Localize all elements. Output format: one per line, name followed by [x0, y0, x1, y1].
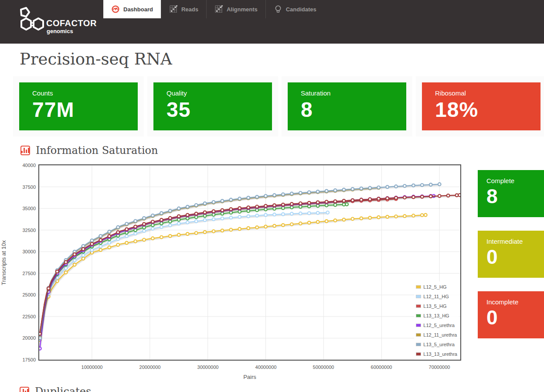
chart-legend: L12_5_HG L12_11_HG L13_5_HG L13_13_HG L1…: [414, 281, 459, 360]
stat-column: Counts 77M: [13, 76, 144, 136]
legend-label: L12_5_HG: [423, 284, 446, 290]
stat-card-ribosomal: Ribosomal 18%: [422, 82, 541, 130]
section-information-saturation: Information Saturation: [20, 144, 158, 157]
x-tick-label: 50000000: [304, 365, 343, 370]
y-tick-label: 35000: [13, 206, 36, 211]
stat-label: Counts: [32, 89, 138, 97]
logo-pentagon: [21, 8, 29, 17]
logo-hexagon-right: [34, 18, 43, 30]
section-title: Duplicates: [35, 385, 91, 392]
x-tick-label: 10000000: [72, 365, 112, 370]
legend-swatch: [416, 295, 421, 298]
status-label: Complete: [486, 177, 544, 184]
cofactor-logo[interactable]: COFACTOR genomics: [16, 4, 99, 36]
legend-label: L13_13_HG: [423, 313, 449, 318]
stat-value: 18%: [435, 97, 541, 123]
nav-tab-label: Dashboard: [123, 6, 153, 13]
status-value: 8: [486, 184, 544, 208]
y-tick-label: 37500: [13, 184, 36, 190]
stat-column: Quality 35: [147, 76, 278, 136]
y-tick-label: 25000: [13, 292, 36, 297]
legend-swatch: [416, 285, 421, 289]
legend-item: L13_5_HG: [416, 301, 457, 311]
status-card-complete: Complete 8: [478, 170, 544, 217]
nav-tab-label: Candidates: [286, 6, 316, 13]
gauge-icon: [111, 5, 120, 14]
stat-card-counts: Counts 77M: [19, 82, 138, 130]
x-tick-label: 60000000: [362, 365, 401, 370]
legend-label: L12_11_urethra: [423, 332, 457, 337]
legend-item: L12_5_urethra: [416, 320, 457, 330]
y-tick-label: 30000: [13, 249, 36, 254]
brand-name: COFACTOR: [46, 18, 97, 28]
y-tick-label: 22500: [13, 314, 36, 319]
stat-value: 8: [301, 97, 406, 123]
legend-item: L13_13_HG: [416, 311, 457, 320]
legend-swatch: [416, 324, 421, 327]
stat-card-quality: Quality 35: [153, 82, 272, 130]
brand-sub: genomics: [47, 28, 73, 34]
x-tick-label: 40000000: [246, 365, 286, 370]
nav-tab-dashboard[interactable]: Dashboard: [103, 0, 161, 18]
stat-cards: Counts 77M Quality 35 Saturation 8 Ribos…: [13, 76, 544, 136]
x-tick-label: 70000000: [420, 365, 459, 370]
stat-column: Saturation 8: [282, 76, 412, 136]
status-card-incomplete: Incomplete 0: [478, 291, 544, 338]
page-title: Precision-seq RNA: [20, 50, 172, 68]
nav-tabs: Dashboard Reads Alignments Candidates: [103, 0, 324, 18]
y-tick-label: 17500: [13, 357, 36, 362]
y-tick-label: 20000: [13, 335, 36, 341]
bar-chart-icon: [20, 387, 29, 392]
legend-label: L13_5_urethra: [423, 342, 455, 347]
legend-item: L12_11_urethra: [416, 330, 457, 340]
y-tick-label: 32500: [13, 228, 36, 233]
status-value: 0: [486, 306, 544, 330]
legend-label: L12_5_urethra: [423, 323, 455, 328]
stat-label: Quality: [167, 89, 272, 97]
stat-card-saturation: Saturation 8: [288, 82, 406, 130]
legend-item: L13_5_urethra: [416, 340, 457, 349]
legend-label: L13_5_HG: [423, 303, 446, 309]
top-nav: COFACTOR genomics Dashboard Reads Alignm…: [0, 0, 544, 44]
nav-tab-alignments[interactable]: Alignments: [206, 0, 265, 18]
legend-swatch: [416, 314, 421, 317]
legend-item: L12_11_HG: [416, 292, 457, 301]
logo-hexagon-left: [21, 18, 31, 30]
legend-item: L12_5_HG: [416, 282, 457, 292]
bar-chart-icon: [20, 146, 30, 155]
status-card-intermediate: Intermediate 0: [478, 231, 544, 278]
nav-tab-label: Alignments: [227, 6, 258, 13]
scatter-grid-icon: [214, 5, 223, 14]
legend-swatch: [416, 352, 421, 356]
scatter-grid-icon: [169, 5, 178, 14]
status-label: Incomplete: [486, 298, 544, 306]
stat-value: 77M: [32, 97, 138, 123]
legend-swatch: [416, 343, 421, 346]
legend-label: L13_13_urethra: [423, 351, 457, 357]
stat-label: Ribosomal: [435, 89, 541, 97]
plot-area: L12_5_HG L12_11_HG L13_5_HG L13_13_HG L1…: [38, 164, 461, 361]
x-tick-label: 30000000: [188, 365, 228, 370]
nav-tab-candidates[interactable]: Candidates: [265, 0, 324, 18]
nav-tab-label: Reads: [181, 6, 198, 13]
x-axis-title: Pairs: [38, 374, 461, 380]
y-tick-label: 27500: [13, 271, 36, 276]
side-status-cards: Complete 8Intermediate 0Incomplete 0: [478, 170, 544, 352]
lightbulb-icon: [274, 5, 282, 14]
y-axis-title: Transcripts at 10x: [0, 232, 7, 293]
nav-tab-reads[interactable]: Reads: [161, 0, 206, 18]
stat-value: 35: [167, 97, 272, 123]
legend-swatch: [416, 304, 421, 308]
status-label: Intermediate: [486, 238, 544, 245]
legend-item: L13_13_urethra: [416, 349, 457, 359]
saturation-chart: Transcripts at 10x L12_5_HG L12_11_HG L1…: [0, 161, 544, 382]
plot-canvas: [39, 165, 460, 360]
status-value: 0: [486, 245, 544, 269]
legend-swatch: [416, 333, 421, 337]
section-duplicates: Duplicates: [20, 385, 91, 392]
stat-column: Ribosomal 18%: [416, 76, 544, 136]
stat-label: Saturation: [301, 89, 406, 97]
x-tick-label: 20000000: [130, 365, 170, 370]
section-title: Information Saturation: [36, 144, 158, 157]
y-tick-label: 40000: [13, 163, 36, 168]
